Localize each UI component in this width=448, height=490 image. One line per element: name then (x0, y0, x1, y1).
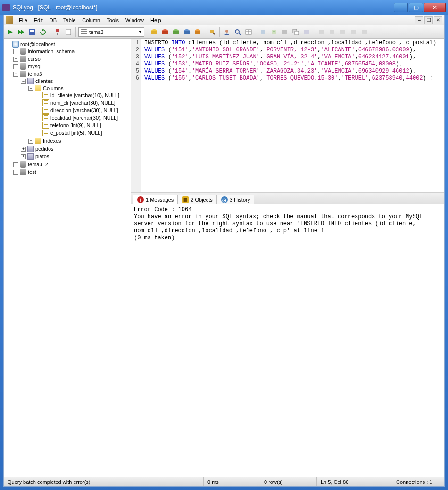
table-node[interactable]: platos (35, 154, 49, 159)
db-green-icon[interactable] (171, 27, 181, 37)
db-red-icon[interactable] (160, 27, 170, 37)
status-position: Ln 5, Col 80 (317, 477, 392, 486)
copy-db-icon[interactable] (291, 27, 300, 37)
statusbar: Query batch completed with error(s) 0 ms… (4, 477, 444, 486)
expander-icon[interactable]: + (13, 64, 18, 69)
menu-file[interactable]: File (16, 16, 30, 24)
column-icon (42, 130, 49, 136)
expander-icon[interactable]: + (21, 154, 26, 159)
mdi-restore[interactable]: ❐ (424, 16, 433, 24)
svg-rect-34 (319, 30, 324, 34)
menu-tools[interactable]: Tools (104, 16, 122, 24)
sync-icon[interactable] (302, 27, 311, 37)
menu-help[interactable]: Help (148, 16, 164, 24)
database-icon (20, 56, 26, 62)
table-icon (27, 146, 34, 152)
expander-icon[interactable]: + (13, 49, 18, 54)
column-node[interactable]: telefono [int(9), NULL] (50, 122, 101, 128)
search-icon[interactable] (233, 27, 242, 37)
column-node[interactable]: direccion [varchar(30), NULL] (50, 107, 118, 113)
menu-window[interactable]: Window (123, 16, 147, 24)
export-icon[interactable] (258, 27, 268, 37)
column-node[interactable]: localidad [varchar(30), NULL] (50, 115, 118, 121)
svg-rect-27 (261, 30, 265, 34)
table-node[interactable]: clientes (35, 78, 53, 84)
btn-g2-icon[interactable] (327, 27, 337, 37)
menu-column[interactable]: Column (79, 16, 103, 24)
mdi-close[interactable]: ✕ (434, 16, 442, 24)
objects-icon: ▦ (182, 196, 189, 203)
expander-icon[interactable]: + (13, 57, 18, 62)
table-node[interactable]: pedidos (35, 146, 54, 152)
tab-history[interactable]: ◷ 3 History (217, 195, 254, 204)
db-blue-icon[interactable] (182, 27, 191, 37)
error-icon: i (137, 196, 144, 203)
execute-icon[interactable] (6, 27, 15, 37)
expander-icon[interactable]: − (13, 72, 18, 77)
btn-g5-icon[interactable] (360, 27, 369, 37)
new-query-icon[interactable] (64, 27, 73, 37)
messages-output[interactable]: Error Code : 1064 You have an error in y… (131, 204, 444, 477)
maximize-button[interactable]: ▢ (409, 3, 423, 12)
server-icon (12, 41, 19, 48)
object-browser[interactable]: root@localhost +information_schema +curs… (4, 39, 131, 477)
btn-g4-icon[interactable] (349, 27, 358, 37)
table-icon[interactable] (244, 27, 253, 37)
save-icon[interactable] (27, 27, 37, 37)
db-node[interactable]: test (28, 169, 36, 175)
svg-rect-30 (282, 30, 287, 34)
status-connections: Connections : 1 (392, 477, 444, 486)
minimize-button[interactable]: – (394, 3, 408, 12)
database-icon (20, 71, 26, 77)
tab-objects[interactable]: ▦ 2 Objects (178, 195, 216, 204)
column-node[interactable]: c_postal [int(5), NULL] (50, 130, 102, 136)
db-node[interactable]: curso (28, 56, 41, 62)
svg-rect-6 (56, 29, 59, 32)
execute-all-icon[interactable] (17, 27, 26, 37)
separator (314, 27, 314, 37)
tab-messages[interactable]: i 1 Messages (133, 195, 178, 204)
svg-rect-10 (151, 31, 157, 34)
menubar: File Edit DB Table Column Tools Window H… (4, 15, 444, 25)
refresh-icon[interactable] (38, 27, 48, 37)
mdi-minimize[interactable]: – (415, 16, 423, 24)
user-icon[interactable] (222, 27, 232, 37)
expander-icon[interactable]: + (21, 147, 26, 152)
db-node[interactable]: mysql (28, 64, 41, 69)
menu-table[interactable]: Table (60, 16, 78, 24)
menu-edit[interactable]: Edit (31, 16, 46, 24)
table-icon (27, 78, 34, 84)
db-node[interactable]: tema3 (28, 71, 42, 77)
database-icon (20, 169, 26, 175)
window-title: SQLyog - [SQL - root@localhost*] (13, 4, 394, 11)
titlebar[interactable]: SQLyog - [SQL - root@localhost*] – ▢ ✕ (0, 0, 448, 15)
expander-icon[interactable]: − (28, 86, 33, 91)
tool-paint-icon[interactable] (207, 27, 217, 37)
separator (256, 27, 256, 37)
separator (219, 27, 220, 37)
close-button[interactable]: ✕ (424, 3, 446, 12)
import-icon[interactable] (269, 27, 279, 37)
column-node[interactable]: id_cliente [varchar(10), NULL] (50, 92, 119, 98)
code-area[interactable]: INSERTO INTO clientes (id_cliente, nom_c… (141, 39, 444, 192)
db-yellow-icon[interactable] (149, 27, 159, 37)
expander-icon[interactable]: + (13, 170, 18, 175)
connection-icon[interactable] (53, 27, 62, 37)
btn-g1-icon[interactable] (316, 27, 326, 37)
menu-db[interactable]: DB (47, 16, 59, 24)
columns-node[interactable]: Columns (43, 85, 63, 91)
database-selector[interactable]: tema3 ▼ (78, 27, 144, 37)
db-orange-icon[interactable] (193, 27, 202, 37)
indexes-node[interactable]: Indexes (43, 138, 61, 144)
sql-editor[interactable]: 123456 INSERTO INTO clientes (id_cliente… (131, 39, 444, 193)
expander-icon[interactable]: + (28, 139, 33, 144)
backup-icon[interactable] (280, 27, 290, 37)
column-node[interactable]: nom_cli [varchar(30), NULL] (50, 100, 116, 106)
database-icon (81, 29, 87, 35)
btn-g3-icon[interactable] (338, 27, 348, 37)
expander-icon[interactable]: − (21, 79, 26, 84)
db-node[interactable]: information_schema (28, 49, 75, 54)
db-node[interactable]: tema3_2 (28, 162, 48, 167)
expander-icon[interactable]: + (13, 162, 18, 167)
server-node[interactable]: root@localhost (20, 41, 55, 47)
